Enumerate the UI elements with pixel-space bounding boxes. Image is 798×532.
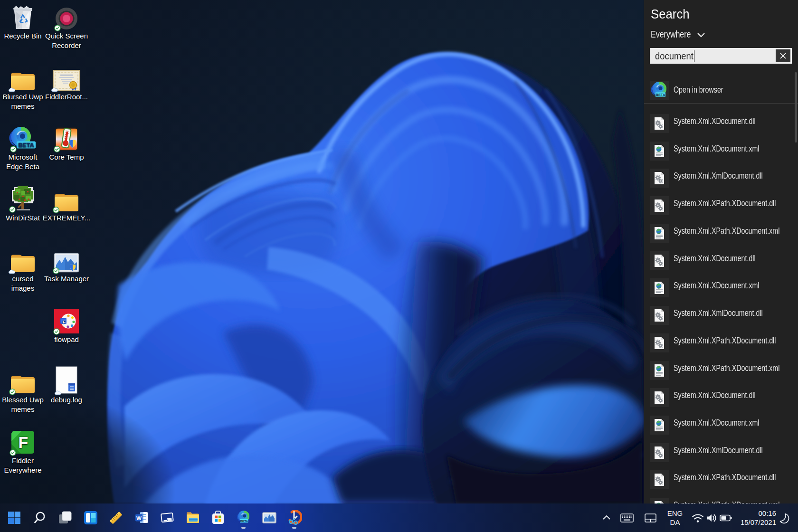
- svg-text:F: F: [63, 319, 66, 324]
- svg-text:BETA: BETA: [18, 142, 34, 149]
- svg-text:BETA: BETA: [240, 519, 248, 522]
- svg-text:W: W: [136, 515, 142, 521]
- svg-text:F: F: [19, 433, 28, 451]
- svg-text:BETA: BETA: [656, 93, 665, 97]
